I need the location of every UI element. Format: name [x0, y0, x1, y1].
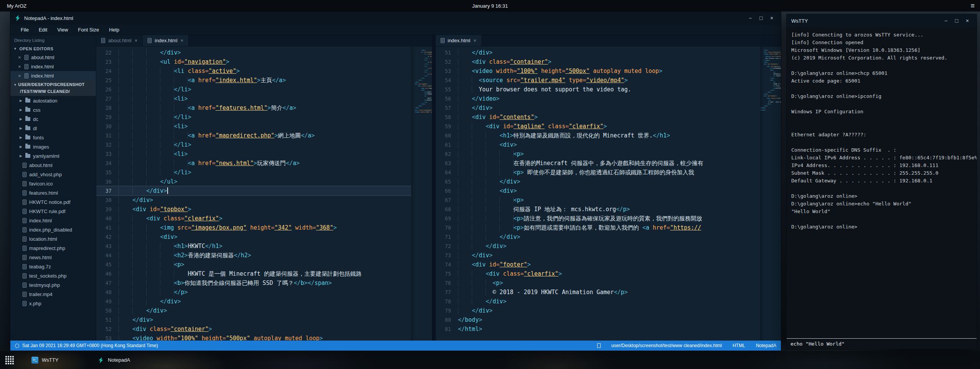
code-line-61[interactable]: 61 <div> — [436, 140, 760, 149]
tree-file[interactable]: index.php_disabled — [10, 225, 96, 234]
code-line-29[interactable]: 29 </li> — [96, 113, 411, 122]
menu-view[interactable]: View — [52, 25, 73, 35]
code-area[interactable]: 51 </div>52 <div class="container">53 <v… — [436, 46, 760, 341]
code-line-73[interactable]: 73 </div> — [436, 251, 760, 260]
tab-index.html[interactable]: index.html× — [143, 35, 189, 46]
code-line-67[interactable]: 67 <p> — [436, 195, 760, 205]
tree-folder[interactable]: ▶dl — [10, 124, 96, 133]
code-line-28[interactable]: 28 <a href="features.html">簡介</a> — [96, 103, 411, 113]
code-line-63[interactable]: 63 在香港的Minecraft 伺服器中，多為小遊戲和純生存的伺服器，較少擁有 — [436, 159, 760, 168]
code-line-62[interactable]: 62 <p> — [436, 149, 760, 159]
tree-file[interactable]: testmysql.php — [10, 280, 96, 290]
code-line-25[interactable]: 25 <a href="index.html">主頁</a> — [96, 76, 411, 85]
code-line-79[interactable]: 79 </div> — [436, 306, 760, 315]
code-line-32[interactable]: 32 </li> — [96, 140, 411, 149]
code-line-51[interactable]: 51 </div> — [436, 48, 760, 57]
taskbar-item-notepada[interactable]: NotepadA — [91, 354, 136, 366]
code-line-55[interactable]: 55 Your browser does not support the vid… — [436, 85, 760, 94]
code-line-77[interactable]: 77 © 2018 - 2019 HKWTC Animation Gamer</… — [436, 288, 760, 297]
workspace-header[interactable]: ▼ USER/DESKTOP/SCREENSHOT /TEST/WWW CLEA… — [10, 80, 96, 96]
code-line-42[interactable]: 42 <div> — [96, 232, 411, 242]
code-line-57[interactable]: 57 </div> — [436, 103, 760, 113]
tab-close-icon[interactable]: × — [135, 38, 138, 43]
close-icon[interactable]: × — [18, 64, 22, 69]
code-line-34[interactable]: 34 <a href="news.html">玩家傳送門</a> — [96, 159, 411, 168]
tree-folder[interactable]: ▶yamlyamlml — [10, 151, 96, 161]
minimize-button[interactable]: − — [745, 12, 756, 25]
tree-file[interactable]: features.html — [10, 188, 96, 197]
code-line-53[interactable]: 53 <video width="100%" height="500px" au… — [436, 66, 760, 76]
tree-folder[interactable]: ▶css — [10, 105, 96, 114]
code-line-33[interactable]: 33 <li> — [96, 149, 411, 159]
code-line-81[interactable]: 81</html> — [436, 324, 760, 334]
close-icon[interactable]: × — [18, 73, 22, 79]
open-editors-header[interactable]: ▼ OPEN EDITORS — [10, 45, 96, 53]
open-editor-item[interactable]: ×about.html — [10, 53, 96, 62]
code-line-54[interactable]: 54 <source src="trailer.mp4" type="video… — [436, 76, 760, 85]
maximize-button[interactable]: □ — [951, 14, 962, 27]
code-line-56[interactable]: 56 </video> — [436, 94, 760, 103]
notepad-titlebar[interactable]: NotepadA - index.html − □ × — [10, 12, 781, 25]
code-area[interactable]: 22 </div>23 <ul id="navigation">24 <li c… — [96, 46, 411, 341]
tree-file[interactable]: location.html — [10, 234, 96, 243]
code-line-46[interactable]: 46 HKWTC 是一個 Minecraft 的建築伺服器，主要建築計劃包括鐵路 — [96, 269, 411, 278]
close-icon[interactable]: × — [18, 55, 22, 60]
code-line-76[interactable]: 76 <p> — [436, 278, 760, 288]
code-line-47[interactable]: 47 <b>你知道我們全線伺服器已轉用 SSD 了嗎？</b></span> — [96, 278, 411, 288]
code-line-78[interactable]: 78 </div> — [436, 297, 760, 306]
system-menu-title[interactable]: My ArOZ — [0, 3, 26, 9]
tree-file[interactable]: index.html — [10, 216, 96, 225]
code-line-40[interactable]: 40 <div class="clearfix"> — [96, 214, 411, 223]
menu-edit[interactable]: Edit — [34, 25, 52, 35]
code-line-52[interactable]: 52 <div class="container"> — [436, 57, 760, 66]
code-line-68[interactable]: 68 伺服器 IP 地址為： mcs.hkwtc.org</p> — [436, 205, 760, 214]
tree-file[interactable]: teabag.7z — [10, 262, 96, 271]
tree-folder[interactable]: ▶dc — [10, 114, 96, 124]
tree-file[interactable]: HKWTC rule.pdf — [10, 207, 96, 216]
code-line-37[interactable]: 37 </div> — [96, 186, 411, 195]
code-line-41[interactable]: 41 <img src="images/box.png" height="342… — [96, 223, 411, 232]
tree-file[interactable]: mapredirect.php — [10, 243, 96, 253]
menu-help[interactable]: Help — [104, 25, 124, 35]
open-editor-item[interactable]: ×index.html — [10, 62, 96, 71]
minimap[interactable]: </div> <div class="container"> <video wi… — [760, 46, 781, 341]
code-line-58[interactable]: 58 <div id="contents"> — [436, 113, 760, 122]
code-line-31[interactable]: 31 <a href="mapredirect.php">網上地圖</a> — [96, 131, 411, 140]
close-button[interactable]: × — [766, 12, 777, 25]
code-line-51[interactable]: 51 </div> — [96, 315, 411, 324]
code-line-72[interactable]: 72 </div> — [436, 242, 760, 251]
code-line-70[interactable]: 70 <p>如有問題或需要申請白名單，歡迎加入我們的 <a href="http… — [436, 223, 760, 232]
tree-file[interactable]: about.html — [10, 161, 96, 170]
code-line-80[interactable]: 80</body> — [436, 315, 760, 324]
code-line-30[interactable]: 30 <li> — [96, 122, 411, 131]
code-line-36[interactable]: 36 </ul> — [96, 177, 411, 186]
tree-folder[interactable]: ▶images — [10, 142, 96, 151]
tree-file[interactable]: HKWTC notice.pdf — [10, 197, 96, 207]
code-line-52[interactable]: 52 <div class="container"> — [96, 324, 411, 334]
code-line-64[interactable]: 64 <p> 即使你不是建築師，你也能透過紅石師或鐵路工程師的身份加入我 — [436, 168, 760, 177]
code-line-44[interactable]: 44 <h2>香港的建築伺服器</h2> — [96, 251, 411, 260]
tab-index.html[interactable]: index.html× — [436, 35, 482, 46]
code-line-53[interactable]: 53 <video width="100%" height="500px" au… — [96, 334, 411, 341]
tree-folder[interactable]: ▶autostation — [10, 96, 96, 105]
tab-close-icon[interactable]: × — [473, 38, 476, 43]
code-line-48[interactable]: 48 </p> — [96, 288, 411, 297]
maximize-button[interactable]: □ — [756, 12, 766, 25]
statusbar-language[interactable]: HTML — [733, 343, 745, 348]
code-line-35[interactable]: 35 </li> — [96, 168, 411, 177]
close-button[interactable]: × — [962, 14, 973, 27]
code-line-60[interactable]: 60 <h1>特別為建築及鐵路而設，現代化的 Minecraft 世界.</h1… — [436, 131, 760, 140]
code-line-65[interactable]: 65 </div> — [436, 177, 760, 186]
code-line-24[interactable]: 24 <li class="active"> — [96, 66, 411, 76]
minimap[interactable]: </div> <ul id="navigation"> <li class="a… — [411, 46, 432, 341]
tab-about.html[interactable]: about.html× — [96, 35, 143, 46]
code-line-39[interactable]: 39 <div id="topbox"> — [96, 205, 411, 214]
editor-split-divider[interactable] — [432, 35, 436, 341]
tree-file[interactable]: trailer.mp4 — [10, 290, 96, 299]
tree-file[interactable]: test_sockets.php — [10, 271, 96, 280]
tree-file[interactable]: favicon.ico — [10, 179, 96, 188]
wstty-titlebar[interactable]: WsTTY − □ × — [787, 14, 977, 27]
code-line-71[interactable]: 71 </div> — [436, 232, 760, 242]
code-line-69[interactable]: 69 <p>請注意，我們的伺服器為確保玩家及遊玩時的質素，我們對的服務開放 — [436, 214, 760, 223]
terminal-output[interactable]: [info] Conencting to arozos WsTTY servic… — [787, 27, 977, 338]
